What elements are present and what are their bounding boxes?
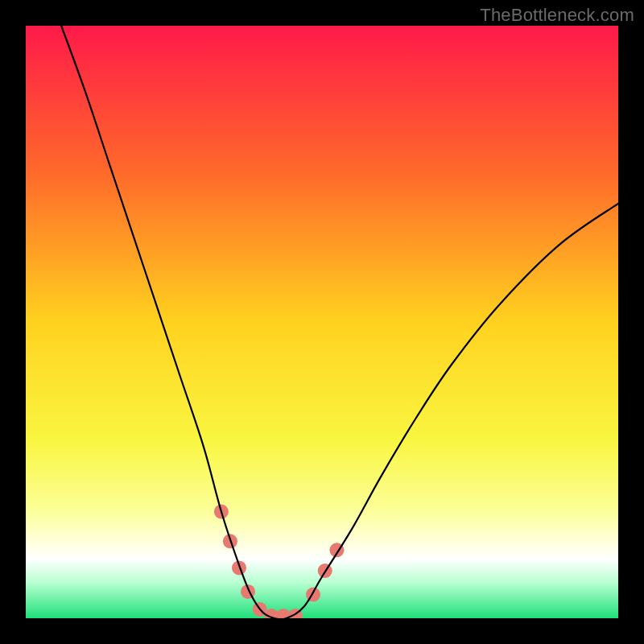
chart-frame: TheBottleneck.com xyxy=(0,0,644,644)
plot-area xyxy=(26,26,618,618)
curve-layer xyxy=(26,26,618,618)
bottleneck-curve xyxy=(61,26,618,618)
highlight-dots xyxy=(214,505,345,618)
watermark-text: TheBottleneck.com xyxy=(480,5,634,26)
